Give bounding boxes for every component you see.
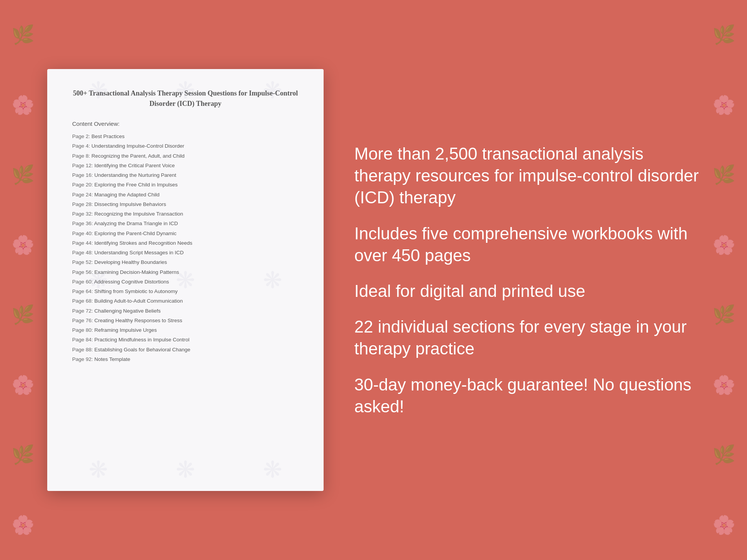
toc-topic: Recognizing the Impulsive Transaction	[94, 211, 183, 217]
toc-page: Page 24:	[72, 192, 93, 198]
toc-topic: Dissecting Impulsive Behaviors	[94, 201, 166, 207]
floral-item: 🌿	[712, 164, 735, 186]
toc-page: Page 92:	[72, 356, 93, 362]
toc-page: Page 72:	[72, 308, 93, 314]
toc-item: Page 2: Best Practices	[68, 132, 302, 141]
toc-page: Page 20:	[72, 182, 93, 188]
toc-topic: Creating Healthy Responses to Stress	[94, 318, 182, 323]
toc-item: Page 16: Understanding the Nurturing Par…	[68, 171, 302, 180]
toc-topic: Notes Template	[94, 356, 131, 362]
toc-item: Page 4: Understanding Impulse-Control Di…	[68, 142, 302, 150]
feature-text-3: 22 individual sections for every stage i…	[354, 316, 700, 359]
toc-page: Page 12:	[72, 163, 93, 168]
right-panel: More than 2,500 transactional analysis t…	[347, 143, 700, 417]
toc-item: Page 80: Reframing Impulsive Urges	[68, 326, 302, 334]
toc-item: Page 68: Building Adult-to-Adult Communi…	[68, 297, 302, 305]
toc-item: Page 88: Establishing Goals for Behavior…	[68, 346, 302, 354]
toc-topic: Exploring the Free Child in Impulses	[94, 182, 178, 188]
floral-item: 🌿	[712, 304, 735, 326]
toc-item: Page 8: Recognizing the Parent, Adult, a…	[68, 152, 302, 160]
toc-topic: Challenging Negative Beliefs	[94, 308, 161, 314]
toc-page: Page 44:	[72, 240, 93, 246]
floral-item: 🌸	[712, 514, 735, 536]
toc-page: Page 8:	[72, 153, 90, 159]
toc-topic: Building Adult-to-Adult Communication	[94, 298, 183, 304]
toc-item: Page 76: Creating Healthy Responses to S…	[68, 316, 302, 325]
toc-topic: Understanding Impulse-Control Disorder	[91, 143, 184, 149]
toc-topic: Analyzing the Drama Triangle in ICD	[94, 221, 178, 226]
feature-text-1: Includes five comprehensive workbooks wi…	[354, 222, 700, 266]
toc-page: Page 48:	[72, 250, 93, 255]
toc-page: Page 16:	[72, 172, 93, 178]
toc-item: Page 56: Examining Decision-Making Patte…	[68, 268, 302, 277]
toc-item: Page 12: Identifying the Critical Parent…	[68, 161, 302, 170]
toc-page: Page 52:	[72, 259, 93, 265]
toc-topic: Exploring the Parent-Child Dynamic	[94, 231, 177, 236]
toc-page: Page 40:	[72, 231, 93, 236]
toc-page: Page 56:	[72, 269, 93, 275]
floral-item: 🌸	[12, 94, 35, 116]
toc-topic: Reframing Impulsive Urges	[94, 327, 157, 333]
feature-text-2: Ideal for digital and printed use	[354, 280, 700, 302]
toc-item: Page 84: Practicing Mindfulness in Impul…	[68, 336, 302, 344]
toc-item: Page 40: Exploring the Parent-Child Dyna…	[68, 229, 302, 238]
toc-item: Page 48: Understanding Script Messages i…	[68, 249, 302, 257]
toc-topic: Establishing Goals for Behavioral Change	[94, 347, 190, 352]
floral-item: 🌸	[712, 374, 735, 396]
toc-page: Page 36:	[72, 221, 93, 226]
floral-item: 🌿	[712, 444, 735, 466]
floral-item: 🌿	[12, 444, 35, 466]
floral-item: 🌿	[12, 164, 35, 186]
floral-item: 🌿	[712, 24, 735, 46]
toc-page: Page 76:	[72, 318, 93, 323]
floral-item: 🌸	[12, 374, 35, 396]
toc-topic: Addressing Cognitive Distortions	[94, 279, 169, 285]
toc-page: Page 64:	[72, 288, 93, 294]
toc-topic: Identifying the Critical Parent Voice	[94, 163, 175, 168]
toc-topic: Understanding Script Messages in ICD	[94, 250, 184, 255]
toc-item: Page 44: Identifying Strokes and Recogni…	[68, 239, 302, 247]
table-of-contents: Page 2: Best PracticesPage 4: Understand…	[68, 132, 302, 364]
toc-item: Page 72: Challenging Negative Beliefs	[68, 307, 302, 315]
floral-item: 🌸	[12, 234, 35, 256]
toc-page: Page 84:	[72, 337, 93, 343]
toc-item: Page 92: Notes Template	[68, 355, 302, 364]
toc-page: Page 88:	[72, 347, 93, 352]
toc-page: Page 32:	[72, 211, 93, 217]
toc-item: Page 64: Shifting from Symbiotic to Auto…	[68, 287, 302, 296]
floral-item: 🌿	[12, 24, 35, 46]
toc-item: Page 32: Recognizing the Impulsive Trans…	[68, 210, 302, 218]
toc-item: Page 28: Dissecting Impulsive Behaviors	[68, 200, 302, 209]
toc-page: Page 28:	[72, 201, 93, 207]
content-overview-label: Content Overview:	[72, 120, 302, 127]
toc-item: Page 20: Exploring the Free Child in Imp…	[68, 181, 302, 189]
toc-topic: Shifting from Symbiotic to Autonomy	[94, 288, 178, 294]
toc-item: Page 52: Developing Healthy Boundaries	[68, 258, 302, 267]
document-title: 500+ Transactional Analysis Therapy Sess…	[68, 88, 302, 109]
floral-item: 🌸	[12, 514, 35, 536]
toc-topic: Recognizing the Parent, Adult, and Child	[91, 153, 184, 159]
toc-page: Page 68:	[72, 298, 93, 304]
floral-left: 🌿 🌸 🌿 🌸 🌿 🌸 🌿 🌸	[0, 0, 46, 560]
floral-item: 🌿	[12, 304, 35, 326]
toc-item: Page 60: Addressing Cognitive Distortion…	[68, 278, 302, 286]
floral-right: 🌿 🌸 🌿 🌸 🌿 🌸 🌿 🌸	[701, 0, 747, 560]
toc-topic: Understanding the Nurturing Parent	[94, 172, 176, 178]
toc-topic: Identifying Strokes and Recognition Need…	[94, 240, 192, 246]
toc-topic: Practicing Mindfulness in Impulse Contro…	[94, 337, 190, 343]
floral-item: 🌸	[712, 94, 735, 116]
toc-topic: Managing the Adapted Child	[94, 192, 160, 198]
feature-text-4: 30-day money-back guarantee! No question…	[354, 374, 700, 417]
document-card: ❋ ❋ ❋ ❋ ❋ ❋ ❋ ❋ ❋ 500+ Transactional Ana…	[47, 69, 324, 491]
feature-text-0: More than 2,500 transactional analysis t…	[354, 143, 700, 209]
floral-item: 🌸	[712, 234, 735, 256]
toc-page: Page 4:	[72, 143, 90, 149]
toc-topic: Best Practices	[91, 133, 124, 139]
toc-topic: Developing Healthy Boundaries	[94, 259, 167, 265]
toc-item: Page 36: Analyzing the Drama Triangle in…	[68, 219, 302, 228]
toc-page: Page 2:	[72, 133, 90, 139]
toc-item: Page 24: Managing the Adapted Child	[68, 191, 302, 199]
toc-page: Page 80:	[72, 327, 93, 333]
main-container: ❋ ❋ ❋ ❋ ❋ ❋ ❋ ❋ ❋ 500+ Transactional Ana…	[47, 31, 700, 529]
toc-page: Page 60:	[72, 279, 93, 285]
